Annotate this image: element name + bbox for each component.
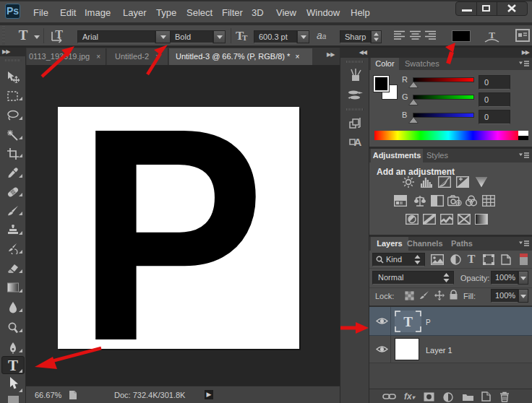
svg-text:A: A bbox=[354, 136, 362, 148]
svg-text:T: T bbox=[403, 314, 413, 329]
